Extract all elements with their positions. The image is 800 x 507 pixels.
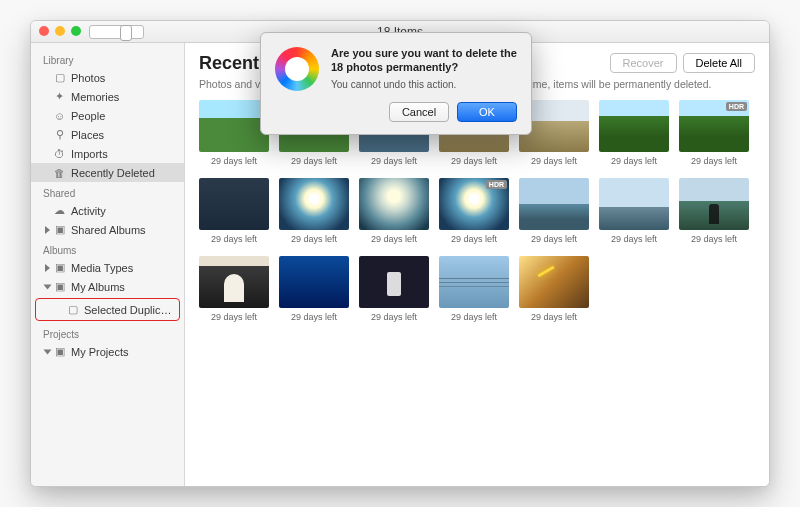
- thumbnail-cell[interactable]: HDR29 days left: [439, 178, 509, 244]
- thumbnail-caption: 29 days left: [611, 234, 657, 244]
- thumbnail-cell[interactable]: 29 days left: [519, 256, 589, 322]
- thumbnail-caption: 29 days left: [371, 156, 417, 166]
- memories-icon: ✦: [53, 91, 66, 103]
- thumbnail-image: [359, 178, 429, 230]
- thumbnail-cell[interactable]: 29 days left: [439, 256, 509, 322]
- sidebar-item-recently-deleted[interactable]: 🗑Recently Deleted: [31, 163, 184, 182]
- thumbnail-image: HDR: [439, 178, 509, 230]
- thumbnail-image: [679, 178, 749, 230]
- disclosure-triangle-icon[interactable]: [44, 349, 52, 354]
- photos-app-icon: [275, 47, 319, 91]
- dialog-cancel-button[interactable]: Cancel: [389, 102, 449, 122]
- thumbnail-cell[interactable]: 29 days left: [679, 178, 749, 244]
- thumbnail-image: [439, 256, 509, 308]
- dialog-title: Are you sure you want to delete the 18 p…: [331, 47, 517, 75]
- sidebar-item-photos[interactable]: ▢Photos: [31, 68, 184, 87]
- folder-icon: ▣: [53, 262, 66, 274]
- thumbnail-cell[interactable]: 29 days left: [519, 178, 589, 244]
- sidebar-section-library: Library: [31, 49, 184, 68]
- folder-icon: ▣: [53, 281, 66, 293]
- hdr-badge: HDR: [726, 102, 747, 111]
- thumbnail-caption: 29 days left: [211, 312, 257, 322]
- dialog-body: You cannot undo this action.: [331, 79, 517, 90]
- thumbnail-cell[interactable]: 29 days left: [279, 178, 349, 244]
- thumbnail-image: [279, 256, 349, 308]
- confirm-delete-dialog: Are you sure you want to delete the 18 p…: [260, 32, 532, 135]
- thumbnail-caption: 29 days left: [531, 312, 577, 322]
- sidebar: Library ▢Photos ✦Memories ☺People ⚲Place…: [31, 43, 185, 486]
- album-icon: ▢: [66, 304, 79, 316]
- trash-icon: 🗑: [53, 167, 66, 179]
- disclosure-triangle-icon[interactable]: [45, 264, 50, 272]
- thumbnail-image: [519, 178, 589, 230]
- places-icon: ⚲: [53, 129, 66, 141]
- thumbnail-caption: 29 days left: [691, 234, 737, 244]
- thumbnail-caption: 29 days left: [531, 234, 577, 244]
- thumbnail-image: [279, 178, 349, 230]
- thumbnail-caption: 29 days left: [371, 312, 417, 322]
- thumbnail-caption: 29 days left: [691, 156, 737, 166]
- people-icon: ☺: [53, 110, 66, 122]
- sidebar-section-albums: Albums: [31, 239, 184, 258]
- thumbnail-image: [599, 100, 669, 152]
- minimize-window-button[interactable]: [55, 26, 65, 36]
- disclosure-triangle-icon[interactable]: [45, 226, 50, 234]
- sidebar-item-my-projects[interactable]: ▣My Projects: [31, 342, 184, 361]
- thumbnail-caption: 29 days left: [451, 234, 497, 244]
- sidebar-item-memories[interactable]: ✦Memories: [31, 87, 184, 106]
- disclosure-triangle-icon[interactable]: [44, 284, 52, 289]
- sidebar-item-shared-albums[interactable]: ▣Shared Albums: [31, 220, 184, 239]
- imports-icon: ⏱: [53, 148, 66, 160]
- sidebar-item-people[interactable]: ☺People: [31, 106, 184, 125]
- delete-all-button[interactable]: Delete All: [683, 53, 755, 73]
- thumbnail-image: [199, 100, 269, 152]
- thumbnail-cell[interactable]: 29 days left: [599, 100, 669, 166]
- thumbnail-grid: 29 days left29 days left29 days left29 d…: [185, 100, 769, 486]
- thumbnail-size-slider[interactable]: [89, 25, 144, 39]
- thumbnail-image: [199, 256, 269, 308]
- folder-icon: ▣: [53, 224, 66, 236]
- sidebar-item-media-types[interactable]: ▣Media Types: [31, 258, 184, 277]
- thumbnail-cell[interactable]: 29 days left: [359, 256, 429, 322]
- sidebar-item-activity[interactable]: ☁Activity: [31, 201, 184, 220]
- thumbnail-caption: 29 days left: [291, 234, 337, 244]
- thumbnail-image: [359, 256, 429, 308]
- thumbnail-caption: 29 days left: [211, 156, 257, 166]
- thumbnail-cell[interactable]: 29 days left: [599, 178, 669, 244]
- dialog-ok-button[interactable]: OK: [457, 102, 517, 122]
- thumbnail-caption: 29 days left: [531, 156, 577, 166]
- recover-button[interactable]: Recover: [610, 53, 677, 73]
- thumbnail-image: HDR: [679, 100, 749, 152]
- close-window-button[interactable]: [39, 26, 49, 36]
- thumbnail-caption: 29 days left: [291, 312, 337, 322]
- thumbnail-cell[interactable]: 29 days left: [199, 100, 269, 166]
- sidebar-item-places[interactable]: ⚲Places: [31, 125, 184, 144]
- thumbnail-caption: 29 days left: [451, 312, 497, 322]
- thumbnail-caption: 29 days left: [291, 156, 337, 166]
- thumbnail-cell[interactable]: 29 days left: [359, 178, 429, 244]
- thumbnail-caption: 29 days left: [451, 156, 497, 166]
- photos-icon: ▢: [53, 72, 66, 84]
- annotation-highlight: ▢Selected Duplicate Photos: [35, 298, 180, 321]
- sidebar-item-selected-duplicate-photos[interactable]: ▢Selected Duplicate Photos: [36, 300, 179, 319]
- sidebar-item-my-albums[interactable]: ▣My Albums: [31, 277, 184, 296]
- thumbnail-image: [519, 256, 589, 308]
- thumbnail-cell[interactable]: 29 days left: [199, 178, 269, 244]
- traffic-lights: [39, 26, 81, 36]
- thumbnail-caption: 29 days left: [371, 234, 417, 244]
- sidebar-item-imports[interactable]: ⏱Imports: [31, 144, 184, 163]
- thumbnail-cell[interactable]: 29 days left: [199, 256, 269, 322]
- sidebar-section-shared: Shared: [31, 182, 184, 201]
- thumbnail-cell[interactable]: HDR29 days left: [679, 100, 749, 166]
- folder-icon: ▣: [53, 346, 66, 358]
- thumbnail-caption: 29 days left: [611, 156, 657, 166]
- dialog-message: Are you sure you want to delete the 18 p…: [331, 47, 517, 122]
- cloud-icon: ☁: [53, 205, 66, 217]
- zoom-window-button[interactable]: [71, 26, 81, 36]
- thumbnail-caption: 29 days left: [211, 234, 257, 244]
- hdr-badge: HDR: [486, 180, 507, 189]
- thumbnail-image: [599, 178, 669, 230]
- sidebar-section-projects: Projects: [31, 323, 184, 342]
- thumbnail-image: [199, 178, 269, 230]
- thumbnail-cell[interactable]: 29 days left: [279, 256, 349, 322]
